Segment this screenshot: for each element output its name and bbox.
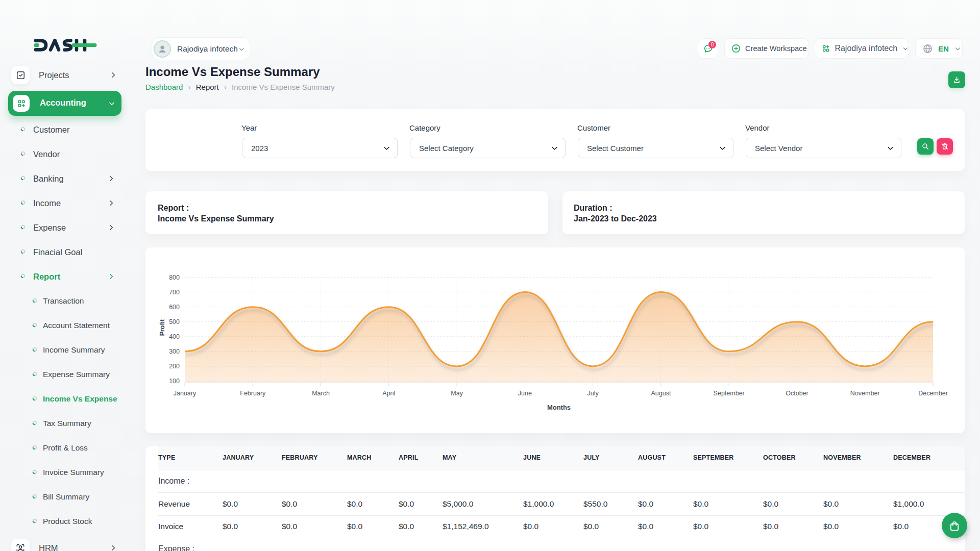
- svg-text:March: March: [312, 390, 330, 397]
- svg-text:August: August: [651, 390, 671, 397]
- svg-text:December: December: [918, 390, 948, 397]
- svg-text:Profit: Profit: [159, 319, 166, 336]
- svg-text:800: 800: [169, 274, 180, 281]
- svg-text:January: January: [174, 390, 197, 397]
- svg-text:600: 600: [169, 304, 180, 311]
- svg-text:700: 700: [169, 289, 180, 296]
- svg-text:June: June: [518, 390, 532, 397]
- svg-text:400: 400: [169, 333, 180, 340]
- svg-text:April: April: [382, 390, 395, 397]
- svg-text:300: 300: [169, 348, 180, 355]
- svg-text:July: July: [587, 390, 599, 397]
- svg-text:October: October: [786, 390, 808, 397]
- svg-text:May: May: [451, 390, 463, 397]
- svg-text:November: November: [850, 390, 880, 397]
- svg-text:September: September: [714, 390, 745, 397]
- svg-text:200: 200: [169, 363, 180, 370]
- svg-text:100: 100: [169, 378, 180, 385]
- svg-text:February: February: [240, 390, 266, 397]
- svg-text:500: 500: [169, 318, 180, 325]
- svg-text:Months: Months: [547, 404, 571, 411]
